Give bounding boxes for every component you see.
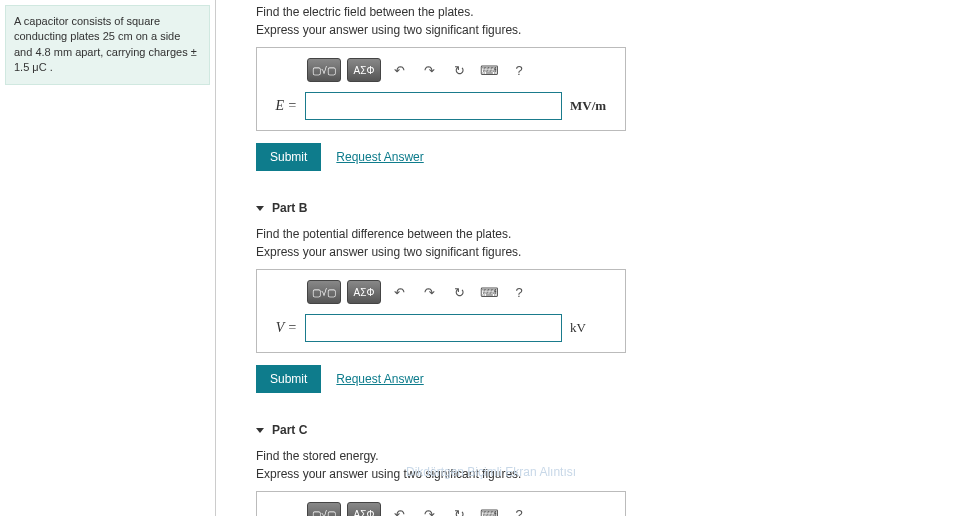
templates-button[interactable]: ▢√▢: [307, 58, 341, 82]
part-b-prompt: Find the potential difference between th…: [256, 227, 979, 241]
problem-text: A capacitor consists of square conductin…: [14, 15, 197, 73]
greek-button[interactable]: ΑΣΦ: [347, 280, 381, 304]
part-a-submit-button[interactable]: Submit: [256, 143, 321, 171]
part-b-input[interactable]: [305, 314, 562, 342]
part-a-input[interactable]: [305, 92, 562, 120]
part-b-variable: V =: [267, 320, 297, 336]
part-b-submit-button[interactable]: Submit: [256, 365, 321, 393]
part-b-toolbar: ▢√▢ ΑΣΦ ↶ ↷ ↻ ⌨ ?: [267, 280, 615, 304]
keyboard-icon[interactable]: ⌨: [477, 502, 501, 516]
help-icon[interactable]: ?: [507, 502, 531, 516]
reset-icon[interactable]: ↻: [447, 502, 471, 516]
part-b: Part B Find the potential difference bet…: [256, 201, 979, 393]
main-content: Find the electric field between the plat…: [215, 0, 979, 516]
templates-button[interactable]: ▢√▢: [307, 502, 341, 516]
undo-icon[interactable]: ↶: [387, 58, 411, 82]
keyboard-icon[interactable]: ⌨: [477, 280, 501, 304]
redo-icon[interactable]: ↷: [417, 502, 441, 516]
undo-icon[interactable]: ↶: [387, 502, 411, 516]
part-c-label: Part C: [272, 423, 307, 437]
part-b-instruction: Express your answer using two significan…: [256, 245, 979, 259]
part-a-request-link[interactable]: Request Answer: [336, 150, 423, 164]
part-a-toolbar: ▢√▢ ΑΣΦ ↶ ↷ ↻ ⌨ ?: [267, 58, 615, 82]
problem-statement: A capacitor consists of square conductin…: [5, 5, 210, 85]
keyboard-icon[interactable]: ⌨: [477, 58, 501, 82]
part-a-unit: MV/m: [570, 98, 615, 114]
part-a-prompt: Find the electric field between the plat…: [256, 5, 979, 19]
redo-icon[interactable]: ↷: [417, 280, 441, 304]
greek-button[interactable]: ΑΣΦ: [347, 502, 381, 516]
part-c-header[interactable]: Part C: [256, 423, 979, 437]
part-a-answer-box: ▢√▢ ΑΣΦ ↶ ↷ ↻ ⌨ ? E = MV/m: [256, 47, 626, 131]
part-b-header[interactable]: Part B: [256, 201, 979, 215]
part-a-variable: E =: [267, 98, 297, 114]
reset-icon[interactable]: ↻: [447, 280, 471, 304]
reset-icon[interactable]: ↻: [447, 58, 471, 82]
part-c: Part C Find the stored energy. Express y…: [256, 423, 979, 516]
help-icon[interactable]: ?: [507, 280, 531, 304]
templates-button[interactable]: ▢√▢: [307, 280, 341, 304]
part-c-instruction-row: Express your answer using two significan…: [256, 467, 979, 481]
part-c-prompt: Find the stored energy.: [256, 449, 979, 463]
part-b-label: Part B: [272, 201, 307, 215]
part-b-answer-box: ▢√▢ ΑΣΦ ↶ ↷ ↻ ⌨ ? V = kV: [256, 269, 626, 353]
part-c-answer-box: ▢√▢ ΑΣΦ ↶ ↷ ↻ ⌨ ? U = mJ: [256, 491, 626, 516]
part-a-instruction: Express your answer using two significan…: [256, 23, 979, 37]
chevron-down-icon: [256, 206, 264, 211]
undo-icon[interactable]: ↶: [387, 280, 411, 304]
help-icon[interactable]: ?: [507, 58, 531, 82]
chevron-down-icon: [256, 428, 264, 433]
part-b-unit: kV: [570, 320, 615, 336]
greek-button[interactable]: ΑΣΦ: [347, 58, 381, 82]
part-b-request-link[interactable]: Request Answer: [336, 372, 423, 386]
redo-icon[interactable]: ↷: [417, 58, 441, 82]
part-c-toolbar: ▢√▢ ΑΣΦ ↶ ↷ ↻ ⌨ ?: [267, 502, 615, 516]
part-c-instruction: Express your answer using two significan…: [256, 467, 521, 481]
part-a: Find the electric field between the plat…: [256, 5, 979, 171]
